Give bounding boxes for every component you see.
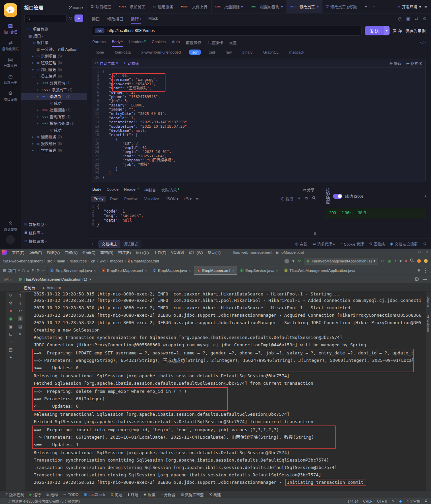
request-config-tab[interactable]: Params — [92, 38, 106, 47]
body-type-option[interactable]: form-data — [112, 50, 133, 55]
menubar-item[interactable]: 导航(N) — [62, 250, 80, 255]
tree-item[interactable]: 员工管理 (6) — [21, 73, 87, 80]
editor-tab[interactable]: TliasWebManagementApplication.java × — [281, 266, 358, 275]
sidebar-bottom-item[interactable]: 快捷请求 — [21, 237, 87, 245]
open-tab[interactable]: 项目概览 — [87, 0, 115, 13]
scroll-to-end-icon[interactable]: ⇟ — [18, 316, 23, 321]
branch-selector[interactable]: main ▾ — [69, 6, 83, 9]
body-type-option[interactable]: json — [189, 50, 201, 55]
tree-item[interactable]: 成功 — [21, 127, 87, 133]
pin-icon[interactable]: ✦ — [9, 355, 12, 360]
settings-icon[interactable]: ⚙ — [36, 268, 40, 273]
tree-arrow-icon[interactable] — [37, 115, 40, 118]
close-tab-icon[interactable]: × — [232, 269, 234, 273]
toolwindow-button[interactable]: ▣ LuaCheck — [82, 491, 107, 498]
settings-icon[interactable]: ⚙ — [414, 276, 419, 282]
compare-icon[interactable]: ⇄ — [415, 16, 418, 21]
rail-nav-item[interactable]: ▤ 分享文档 — [1, 55, 20, 71]
request-config-tab[interactable]: 设置 — [229, 38, 237, 47]
breadcrumb-item[interactable]: wkt — [100, 259, 105, 263]
clear-console-icon[interactable]: ✕ — [19, 332, 22, 337]
lock-icon[interactable] — [425, 499, 428, 503]
encoding-select[interactable]: utf8 ▾ — [183, 197, 192, 201]
tree-item[interactable]: 学生管理 (6) — [21, 147, 87, 154]
search-response-icon[interactable] — [312, 196, 316, 201]
request-config-tab[interactable]: 前置操作 — [186, 38, 201, 47]
body-type-option[interactable]: msgpack — [287, 50, 307, 55]
open-tab[interactable]: PUT 修改员工 — [287, 0, 322, 13]
tabs-more-icon[interactable]: ⋮ — [423, 267, 428, 274]
event-log-icon[interactable]: ▭ — [3, 499, 6, 503]
body-type-option[interactable]: none — [93, 50, 106, 55]
footer-item[interactable]: ◔ Cookie 管理 — [340, 241, 364, 247]
chevron-down-icon[interactable]: ▾ — [425, 194, 426, 198]
more-tabs-button[interactable]: ⋯ — [371, 4, 375, 9]
indent-setting[interactable]: 4 个空格 — [407, 499, 420, 504]
tree-item[interactable]: POST 添加员工 (1) — [21, 86, 87, 93]
tree-item[interactable]: GET 查询所有 (1) — [21, 113, 87, 120]
body-type-option[interactable]: xml — [207, 50, 218, 55]
close-tab-icon[interactable]: × — [276, 269, 278, 273]
tree-item[interactable]: 一分钟，了解 Apifox！ — [21, 46, 87, 53]
validate-toggle[interactable] — [333, 194, 342, 199]
url-input[interactable]: PUT http://localhost:8080/emps — [92, 26, 362, 36]
rail-nav-item[interactable]: ◷ 请求历史 — [1, 71, 20, 88]
highlight-level-icon[interactable]: ◆ — [399, 499, 402, 503]
chevron-down-icon[interactable]: ▾ — [18, 268, 20, 273]
filter-button[interactable] — [69, 17, 72, 20]
response-view-tab[interactable]: Raw — [107, 196, 120, 202]
body-type-option[interactable]: x-www-form-urlencoded — [139, 50, 184, 55]
breadcrumb-item[interactable]: main — [57, 259, 65, 263]
layouts-icon[interactable]: ▤ — [9, 347, 12, 352]
tree-arrow-icon[interactable] — [32, 149, 35, 152]
editor-tab[interactable]: EmpExprMapper.xml × — [99, 266, 150, 275]
close-session-icon[interactable]: × — [89, 277, 92, 281]
new-request-button[interactable]: + — [74, 14, 83, 22]
format-button[interactable]: ≔ 格式化 — [406, 61, 422, 66]
tree-arrow-icon[interactable] — [37, 95, 40, 98]
body-type-option[interactable]: raw — [223, 50, 235, 55]
footer-item[interactable]: ◎ 在线 — [295, 241, 307, 247]
open-tab[interactable]: 修改员工 (成功) — [322, 0, 362, 13]
stop-icon[interactable]: ■ — [10, 309, 12, 313]
rerun-icon[interactable]: ⟳ — [9, 293, 12, 298]
wrap-icon[interactable]: ≣ — [196, 197, 199, 201]
tree-arrow-icon[interactable] — [32, 75, 35, 78]
endpoint-subtab[interactable]: 运行 — [131, 13, 141, 24]
run-configuration-selector[interactable]: TliasWebManagementApplication (1) ▾ — [304, 258, 378, 264]
toolwindow-button[interactable]: ◉ 服务 — [141, 491, 158, 498]
extract-response-button[interactable]: ⊕ 提取 — [281, 196, 293, 201]
tabs-dropdown-icon[interactable]: ▾ — [418, 267, 420, 274]
close-tab-icon[interactable]: × — [94, 269, 96, 273]
toolwindow-button[interactable]: ⇵ 版本控制 — [3, 491, 26, 498]
restart-debug-icon[interactable]: ◉ — [9, 316, 12, 321]
response-view-tab[interactable]: Preview — [122, 196, 140, 202]
endpoint-subtab[interactable]: Mock — [148, 13, 158, 24]
tree-item[interactable]: 报表统计 (5) — [21, 140, 87, 147]
caret-position[interactable]: 144:14 — [347, 499, 358, 503]
tree-arrow-icon[interactable] — [32, 55, 35, 58]
footer-item[interactable]: ◉ 文档 & 交流群 — [390, 241, 418, 247]
run-session-tab[interactable]: TliasWebManagementApplication (1) × — [16, 275, 95, 283]
code-view-icon[interactable]: </> — [420, 40, 426, 44]
format-select[interactable]: JSON ▾ — [166, 197, 179, 201]
debug-mode-button[interactable]: 调试模式 — [120, 240, 142, 248]
debug-icon[interactable]: ◉ — [388, 259, 391, 263]
body-type-option[interactable]: GraphQL — [260, 50, 281, 55]
build-status-message[interactable]: // 构建在 4秒235毫秒内成功完成 (3 分钟之前) — [8, 499, 80, 504]
request-config-tab[interactable]: 后置操作 — [207, 38, 223, 47]
breadcrumb-item[interactable]: cn — [91, 259, 95, 263]
search-everywhere-icon[interactable] — [410, 258, 414, 263]
console-log[interactable]: 2025-10-12 19:28:58.315 [http-nio-8080-e… — [25, 292, 426, 491]
tree-arrow-icon[interactable] — [32, 142, 35, 145]
menubar-item[interactable]: 运行(U) — [133, 250, 151, 255]
expand-icon[interactable]: ⇕ — [31, 268, 34, 273]
response-view-tab[interactable]: Pretty — [91, 196, 106, 202]
footer-item[interactable]: ⊝ 回收站 — [369, 241, 385, 247]
exit-icon[interactable]: ⊡ — [9, 332, 12, 337]
tree-item[interactable]: 接口 — [21, 32, 87, 39]
menubar-item[interactable]: 代码(C) — [80, 250, 98, 255]
hide-panel-icon[interactable]: ─ — [42, 269, 44, 273]
tree-arrow-icon[interactable] — [37, 82, 40, 85]
rail-nav-item[interactable]: ▦ 接口管理 — [1, 21, 20, 37]
